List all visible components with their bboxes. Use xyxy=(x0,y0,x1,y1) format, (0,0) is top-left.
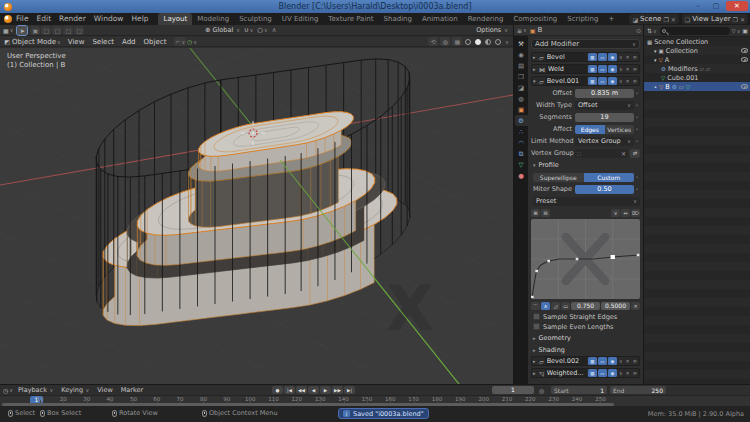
menu-window[interactable]: Window xyxy=(90,13,128,25)
proportional-edit-toggle[interactable]: ○∨ xyxy=(257,26,267,34)
delete-modifier-icon[interactable]: ✕ xyxy=(625,54,631,60)
workspace-tab-uv-editing[interactable]: UV Editing xyxy=(277,13,324,25)
editor-type-icon[interactable]: ▦∨ xyxy=(2,26,14,35)
expand-icon[interactable]: ▸ xyxy=(533,54,538,60)
transform-pivot-icon[interactable]: ⌐∨ xyxy=(174,37,186,46)
frame-start-field[interactable]: Start1 xyxy=(551,386,607,394)
workspace-tab-modeling[interactable]: Modeling xyxy=(192,13,234,25)
render-display-toggle[interactable]: ◉ xyxy=(608,369,617,377)
properties-tab-object[interactable]: ▣ xyxy=(515,104,528,115)
outliner-item-label[interactable]: Modifiers xyxy=(668,65,698,73)
animate-dot-icon[interactable]: • xyxy=(634,90,640,96)
expander-icon[interactable]: • xyxy=(654,84,657,90)
checkbox[interactable] xyxy=(533,313,540,320)
shading-wireframe-icon[interactable] xyxy=(465,39,471,45)
segments-field[interactable]: 19 xyxy=(575,113,634,122)
delete-modifier-icon[interactable]: ✕ xyxy=(625,370,631,376)
realtime-display-toggle[interactable]: ▭ xyxy=(598,77,607,85)
outliner-row-b[interactable]: •▽B⚙▭▽ xyxy=(644,82,750,91)
properties-tab-material[interactable]: ● xyxy=(515,170,528,181)
object-mode-icon[interactable]: ◩ xyxy=(2,37,12,46)
minimize-button[interactable]: – xyxy=(690,1,706,11)
jump-end-button[interactable]: ▶| xyxy=(344,386,355,394)
affect-vertices-button[interactable]: Vertices xyxy=(605,125,635,134)
outliner-row-cube-001[interactable]: ▽Cube.001 xyxy=(644,73,750,82)
play-reverse-button[interactable]: ◀ xyxy=(308,386,319,394)
editor-type-icon[interactable]: ≡∨ xyxy=(516,26,528,35)
animate-dot-icon[interactable]: • xyxy=(634,138,640,144)
drag-handle-icon[interactable]: ≡ xyxy=(632,78,638,84)
snap-toggle[interactable]: ∪∨ xyxy=(244,26,253,34)
timeline-menu-view[interactable]: View xyxy=(93,386,116,394)
filter-icon[interactable]: ▽∨ xyxy=(732,28,741,34)
workspace-tab-animation[interactable]: Animation xyxy=(417,13,463,25)
editmode-display-toggle[interactable]: ▦ xyxy=(588,369,597,377)
add-workspace-button[interactable]: + xyxy=(603,13,619,25)
shading-rendered-icon[interactable] xyxy=(495,39,501,45)
tool-option-icon[interactable]: ▢ xyxy=(52,26,62,35)
blender-menu-icon[interactable] xyxy=(4,15,12,23)
tool-option-icon[interactable]: ▢ xyxy=(63,26,73,35)
point-x-field[interactable]: 0.750 xyxy=(571,302,600,310)
extras-menu-icon[interactable]: ∨ xyxy=(618,54,624,60)
delete-modifier-icon[interactable]: ✕ xyxy=(625,66,631,72)
maximize-button[interactable]: ▢ xyxy=(708,1,724,11)
preset-dropdown[interactable]: Preset∨ xyxy=(533,197,640,206)
reset-curve-icon[interactable]: ⌦ xyxy=(631,209,640,217)
miter-shape-slider[interactable]: 0.50 xyxy=(575,185,634,194)
active-tool-select-box[interactable]: ➤ xyxy=(17,26,27,35)
superellipse-button[interactable]: Superellipse xyxy=(533,173,584,182)
next-keyframe-button[interactable]: ▶▶ xyxy=(332,386,343,394)
editor-type-icon[interactable]: ⇅∨ xyxy=(646,26,658,35)
realtime-display-toggle[interactable]: ▭ xyxy=(598,357,607,365)
drag-handle-icon[interactable]: ≡ xyxy=(632,54,638,60)
handle-free-icon[interactable]: ◿ xyxy=(551,302,560,310)
outliner-item-label[interactable]: Collection xyxy=(666,47,698,55)
sample-even-row[interactable]: Sample Even Lengths xyxy=(533,322,640,331)
outliner-item-label[interactable]: Cube.001 xyxy=(667,74,698,82)
custom-button[interactable]: Custom xyxy=(584,173,635,182)
clear-icon[interactable]: ✕ xyxy=(621,150,626,157)
add-modifier-button[interactable]: Add Modifier ∨ xyxy=(531,39,640,49)
point-y-field[interactable]: 0.5000 xyxy=(601,302,630,310)
properties-tab-physics[interactable]: ◠ xyxy=(515,137,528,148)
properties-tab-render[interactable]: ◉ xyxy=(515,49,528,60)
extras-menu-icon[interactable]: ∨ xyxy=(618,358,624,364)
drag-handle-icon[interactable]: ≡ xyxy=(632,66,638,72)
properties-tab-output[interactable]: ▤ xyxy=(515,60,528,71)
transform-orientation-dropdown[interactable]: ⊕ Global ∨ xyxy=(205,26,240,34)
animate-dot-icon[interactable]: • xyxy=(634,174,640,180)
collapse-icon[interactable]: ▾ xyxy=(533,78,538,84)
timeline-menu-marker[interactable]: Marker xyxy=(117,386,147,394)
play-button[interactable]: ▶ xyxy=(320,386,331,394)
expand-icon[interactable]: ▸ xyxy=(533,358,538,364)
realtime-display-toggle[interactable]: ▭ xyxy=(598,53,607,61)
workspace-tab-texture-paint[interactable]: Texture Paint xyxy=(323,13,378,25)
keying-set-icon[interactable]: ◎ xyxy=(539,387,544,394)
extras-menu-icon[interactable]: ∨ xyxy=(618,66,624,72)
outliner-item-label[interactable]: A xyxy=(665,56,669,64)
mode-dropdown[interactable]: Object Mode ∨ xyxy=(12,38,61,46)
modifier-name[interactable]: Bevel.002 xyxy=(545,357,587,365)
unlink-scene-icon[interactable]: ✕ xyxy=(671,16,676,23)
modifier-header-bevel002[interactable]: ▸ ▱ Bevel.002 ▦ ▭ ◉ ∨ ✕ ≡ xyxy=(531,356,640,366)
editmode-display-toggle[interactable]: ▦ xyxy=(588,357,597,365)
outliner-item-label[interactable]: Scene Collection xyxy=(654,38,708,46)
workspace-tab-sculpting[interactable]: Sculpting xyxy=(234,13,277,25)
custom-profile-curve-widget[interactable] xyxy=(531,219,640,299)
editmode-display-toggle[interactable]: ▦ xyxy=(588,53,597,61)
visibility-eye-icon[interactable] xyxy=(741,84,748,89)
new-collection-icon[interactable]: ▣ xyxy=(742,27,748,34)
outliner-row-a[interactable]: ▾▽A xyxy=(644,55,750,64)
jump-start-button[interactable]: |◀ xyxy=(284,386,295,394)
realtime-display-toggle[interactable]: ▭ xyxy=(598,65,607,73)
menu-file[interactable]: File xyxy=(12,13,33,25)
visibility-eye-icon[interactable] xyxy=(741,48,748,53)
checkbox[interactable] xyxy=(533,323,540,330)
new-view-layer-icon[interactable]: ❐ xyxy=(733,16,738,23)
properties-tab-scene[interactable]: ◪ xyxy=(515,82,528,93)
menu-help[interactable]: Help xyxy=(127,13,152,25)
delete-modifier-icon[interactable]: ✕ xyxy=(625,78,631,84)
overlays-toggle-icon[interactable]: ◍ xyxy=(440,37,450,46)
tool-option-icon[interactable]: ▣ xyxy=(30,26,40,35)
